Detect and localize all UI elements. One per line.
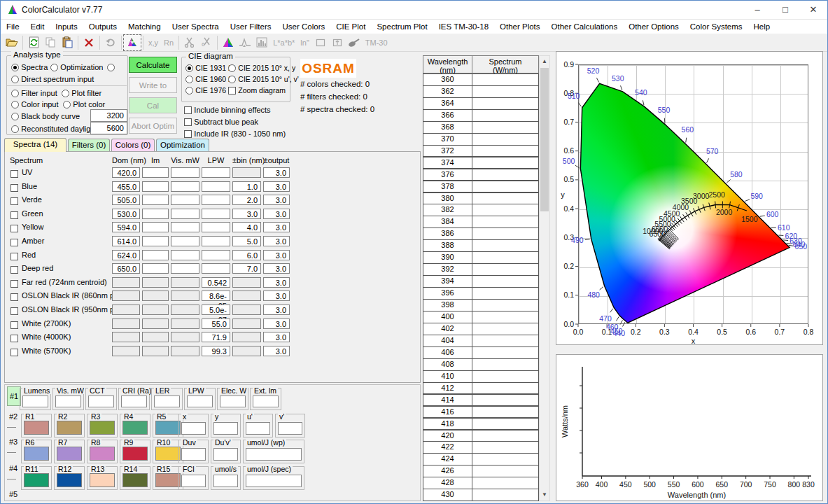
result-value-field[interactable] (154, 396, 180, 407)
tab-spectra-14-[interactable]: Spectra (14) (4, 138, 66, 152)
cell-bin[interactable]: 1.0 (232, 181, 261, 192)
menu-ies-tm-30-18[interactable]: IES TM-30-18 (433, 20, 494, 34)
cell-bin[interactable]: 7.0 (232, 263, 261, 274)
cut-x-icon[interactable] (181, 35, 198, 50)
black-body-input[interactable]: 3200 (90, 109, 127, 122)
spectrum-cell[interactable] (472, 169, 539, 181)
menu-cie-plot[interactable]: CIE Plot (330, 20, 371, 34)
radio-optimization[interactable]: Optimization (50, 62, 115, 72)
cell-vis[interactable] (171, 332, 199, 342)
cell-im[interactable] (142, 236, 169, 246)
radio-black-body[interactable]: Black body curve (11, 111, 80, 121)
cell-lpw[interactable] (202, 195, 230, 205)
cell-lpw[interactable] (202, 263, 230, 274)
tm30-icon[interactable]: TM-30 (363, 38, 391, 47)
spectrum-cell[interactable] (472, 239, 539, 252)
cell-dom[interactable]: 650.0 (112, 263, 140, 274)
cell-lpw[interactable]: 71.9 (202, 332, 230, 342)
result-value-field[interactable] (213, 475, 238, 487)
cell-im[interactable] (142, 332, 169, 342)
row-checkbox[interactable] (10, 223, 18, 233)
result-selector-1[interactable]: #1 (7, 386, 21, 406)
cell-lpw[interactable] (202, 181, 230, 192)
result-value-field[interactable] (246, 448, 302, 461)
undo-icon[interactable] (102, 35, 119, 50)
menu-color-systems[interactable]: Color Systems (685, 20, 748, 34)
cell-dom[interactable]: 530.0 (112, 209, 140, 219)
scroll-down-icon[interactable]: ▼ (540, 489, 549, 500)
refresh-spectra-icon[interactable] (25, 35, 42, 50)
paste-icon[interactable] (59, 35, 76, 50)
cell-out[interactable]: 3.0 (263, 304, 290, 315)
cell-im[interactable] (142, 195, 169, 205)
cell-lpw[interactable] (202, 250, 230, 260)
menu-outputs[interactable]: Outputs (83, 20, 122, 34)
histogram-icon[interactable] (237, 35, 253, 50)
cell-vis[interactable] (171, 222, 199, 232)
checkbox-binning[interactable]: Include binning effects (184, 105, 271, 115)
row-checkbox[interactable] (10, 237, 18, 247)
radio-color-input[interactable]: Color input (11, 99, 59, 109)
cell-bin[interactable]: 6.0 (232, 250, 261, 260)
menu-matching[interactable]: Matching (122, 20, 167, 34)
result-value-field[interactable] (220, 396, 246, 407)
radio-filter-input[interactable]: Filter input (11, 88, 57, 98)
radio-cie-2015-xy[interactable]: CIE 2015 10° x, y (228, 63, 295, 73)
cell-lpw[interactable]: 55.0 (202, 318, 230, 329)
result-value-field[interactable] (246, 475, 302, 487)
color-triangle-icon[interactable] (220, 35, 237, 50)
cut-6-icon[interactable]: 6 (198, 35, 215, 50)
tab-optimization[interactable]: Optimization (156, 139, 209, 151)
row-checkbox[interactable] (10, 333, 18, 343)
menu-other-plots[interactable]: Other Plots (494, 20, 546, 34)
spectrum-cell[interactable] (472, 323, 539, 335)
result-value-field[interactable] (246, 422, 270, 435)
cell-out[interactable]: 3.0 (263, 277, 290, 288)
cell-out[interactable]: 3.0 (263, 263, 290, 274)
result-value-field[interactable] (181, 448, 206, 461)
cell-out[interactable]: 3.0 (263, 318, 290, 329)
row-checkbox[interactable] (10, 347, 18, 357)
radio-spectra[interactable]: Spectra (11, 62, 48, 72)
cell-dom[interactable]: 624.0 (112, 250, 140, 260)
cell-dom[interactable] (112, 304, 140, 315)
maximize-button[interactable]: □ (771, 1, 799, 19)
cell-dom[interactable] (112, 277, 140, 288)
spectrum-cell[interactable] (472, 299, 539, 312)
cell-im[interactable] (142, 181, 169, 192)
export-icon[interactable] (329, 35, 346, 50)
result-selector-5[interactable]: #5 (7, 489, 20, 499)
spectrum-cell[interactable] (472, 263, 539, 276)
cell-dom[interactable]: 594.0 (112, 222, 140, 232)
cell-vis[interactable] (171, 304, 199, 315)
result-value-field[interactable] (213, 422, 238, 435)
spectrum-cell[interactable] (472, 406, 539, 419)
menu-user-spectra[interactable]: User Spectra (167, 20, 225, 34)
cell-lpw[interactable] (202, 167, 230, 178)
row-checkbox[interactable] (10, 169, 18, 178)
spectrum-cell[interactable] (472, 346, 539, 359)
cell-dom[interactable]: 614.0 (112, 236, 140, 246)
cell-dom[interactable] (112, 332, 140, 342)
spectrum-cell[interactable] (472, 418, 539, 430)
menu-user-filters[interactable]: User Filters (225, 20, 277, 34)
checkbox-zoom-diagram[interactable]: Zoom diagram (228, 85, 286, 95)
spectrum-cell[interactable] (472, 251, 539, 264)
cell-vis[interactable] (171, 167, 199, 178)
result-selector-3[interactable]: #3 (7, 437, 20, 447)
result-value-field[interactable] (181, 422, 206, 435)
result-selector-4[interactable]: #4 (7, 463, 20, 473)
row-checkbox[interactable] (10, 265, 18, 274)
spectrum-cell[interactable] (472, 394, 539, 407)
spectrum-cell[interactable] (472, 441, 539, 454)
menu-other-calculations[interactable]: Other Calculations (546, 20, 624, 34)
spectrum-cell[interactable] (472, 181, 539, 193)
row-checkbox[interactable] (10, 196, 18, 206)
radio-direct-spectrum[interactable]: Direct spectrum input (11, 74, 94, 84)
cell-dom[interactable] (112, 318, 140, 329)
cell-lpw[interactable] (202, 222, 230, 232)
result-value-field[interactable] (121, 396, 147, 407)
cell-bin[interactable] (232, 277, 261, 288)
cell-out[interactable]: 3.0 (263, 209, 290, 219)
delete-icon[interactable] (80, 35, 97, 50)
